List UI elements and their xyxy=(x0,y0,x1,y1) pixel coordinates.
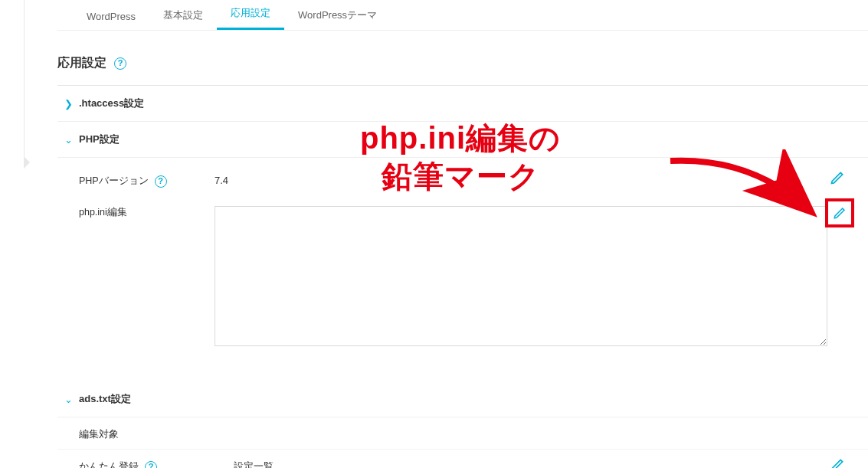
tab-wp-theme[interactable]: WordPressテーマ xyxy=(284,1,391,30)
adstxt-easy-value: 設定一覧 xyxy=(234,460,274,468)
tab-wordpress[interactable]: WordPress xyxy=(73,3,149,30)
help-icon[interactable]: ? xyxy=(155,175,167,188)
accordion-htaccess[interactable]: ❯ .htaccess設定 xyxy=(57,86,868,122)
help-icon[interactable]: ? xyxy=(145,461,157,469)
edit-adstxt-button[interactable] xyxy=(830,457,847,468)
chevron-right-icon: ❯ xyxy=(57,98,79,110)
edit-php-ini-button[interactable] xyxy=(825,198,854,227)
accordion-adstxt[interactable]: ⌄ ads.txt設定 xyxy=(57,381,868,417)
tab-basic-settings[interactable]: 基本設定 xyxy=(149,1,217,30)
accordion-php[interactable]: ⌄ PHP設定 xyxy=(57,122,868,158)
help-icon[interactable]: ? xyxy=(114,57,126,70)
php-version-value: 7.4 xyxy=(192,175,868,186)
php-ini-row: php.ini編集 xyxy=(57,197,868,355)
tab-advanced-settings[interactable]: 応用設定 xyxy=(217,0,284,30)
adstxt-body: 編集対象 かんたん登録 ? 設定一覧 xyxy=(57,417,868,468)
edit-php-version-button[interactable] xyxy=(830,170,847,187)
php-ini-label: php.ini編集 xyxy=(79,206,127,219)
pencil-icon xyxy=(830,170,845,185)
php-version-row: PHPバージョン ? 7.4 xyxy=(57,165,868,197)
chevron-down-icon: ⌄ xyxy=(57,394,79,405)
php-version-label: PHPバージョン xyxy=(79,175,149,188)
pencil-icon xyxy=(830,457,845,468)
page-title: 応用設定 xyxy=(57,55,106,71)
accordion-htaccess-title: .htaccess設定 xyxy=(79,97,144,110)
tab-bar: WordPress 基本設定 応用設定 WordPressテーマ xyxy=(57,0,868,31)
pencil-icon xyxy=(833,205,847,221)
adstxt-target-label: 編集対象 xyxy=(57,417,868,450)
accordion-php-title: PHP設定 xyxy=(79,133,120,146)
chevron-down-icon: ⌄ xyxy=(57,134,79,146)
accordion-adstxt-title: ads.txt設定 xyxy=(79,392,131,406)
php-ini-textarea[interactable] xyxy=(215,206,827,346)
php-settings-body: PHPバージョン ? 7.4 php.ini編集 xyxy=(57,158,868,381)
adstxt-easy-label: かんたん登録 xyxy=(79,460,139,468)
section-heading: 応用設定 ? xyxy=(57,31,868,85)
